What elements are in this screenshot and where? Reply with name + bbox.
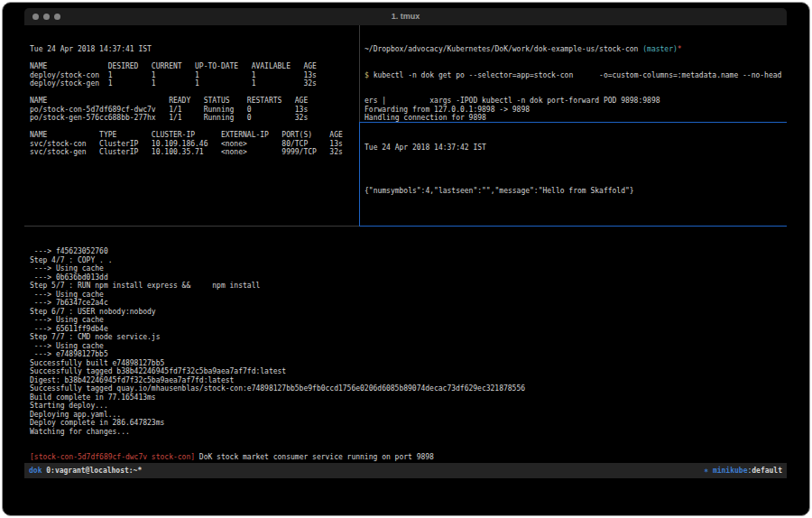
git-branch: (master) <box>642 45 678 53</box>
repo-path: ~/Dropbox/advocacy/Kubernetes/DoK/work/d… <box>364 45 642 53</box>
close-button-icon[interactable] <box>32 14 39 20</box>
build-output: ---> f45623052760 Step 4/7 : COPY . . --… <box>30 247 787 436</box>
pod-log-line: [stock-con-5d7df689cf-dwc7v stock-con] D… <box>30 453 787 462</box>
kubectl-watch-output: Tue 24 Apr 2018 14:37:41 IST NAME DESIRE… <box>30 45 359 157</box>
kube-context-name: minikube <box>713 467 748 475</box>
git-dirty-flag: * <box>678 45 682 53</box>
window-status[interactable]: 0:vagrant@localhost:~* <box>42 463 142 478</box>
screenshot-canvas: 1. tmux Tue 24 Apr 2018 14:37:41 IST NAM… <box>0 0 812 518</box>
terminal-window: 1. tmux Tue 24 Apr 2018 14:37:41 IST NAM… <box>24 8 787 478</box>
helm-icon: ⎈ <box>704 467 713 475</box>
tmux-status-bar: dok 0:vagrant@localhost:~* ⎈ minikube:de… <box>24 463 787 478</box>
pane-kubectl-watch[interactable]: Tue 24 Apr 2018 14:37:41 IST NAME DESIRE… <box>24 25 359 226</box>
message-timestamp: Tue 24 Apr 2018 14:37:42 IST <box>364 143 787 153</box>
window-titlebar[interactable]: 1. tmux <box>24 8 787 25</box>
traffic-lights <box>32 14 60 20</box>
pane-skaffold-log[interactable]: ---> f45623052760 Step 4/7 : COPY . . --… <box>24 227 787 463</box>
command-line: $ kubectl -n dok get po --selector=app=s… <box>364 71 787 80</box>
tmux-session: Tue 24 Apr 2018 14:37:41 IST NAME DESIRE… <box>24 25 787 478</box>
json-payload: {"numsymbols":4,"lastseen":"","message":… <box>364 187 787 196</box>
pane-port-forward[interactable]: ~/Dropbox/advocacy/Kubernetes/DoK/work/d… <box>360 25 787 122</box>
pane-service-message[interactable]: Tue 24 Apr 2018 14:37:42 IST {"numsymbol… <box>360 123 787 226</box>
port-forward-output: ers | xargs -IPOD kubectl -n dok port-fo… <box>364 97 787 122</box>
minimize-button-icon[interactable] <box>43 14 50 20</box>
kube-namespace: default <box>752 467 782 475</box>
kube-context-status: ⎈ minikube:default <box>704 463 782 478</box>
pod-log-prefix: [stock-con-5d7df689cf-dwc7v stock-con] <box>30 453 195 461</box>
session-name[interactable]: dok <box>29 463 42 478</box>
command-text: kubectl -n dok get po --selector=app=sto… <box>374 71 782 79</box>
shell-prompt: $ <box>364 71 374 79</box>
window-title: 1. tmux <box>24 8 787 25</box>
repo-path-line: ~/Dropbox/advocacy/Kubernetes/DoK/work/d… <box>364 45 787 54</box>
zoom-button-icon[interactable] <box>54 14 60 20</box>
pod-log-text: DoK stock market consumer service runnin… <box>195 453 434 461</box>
